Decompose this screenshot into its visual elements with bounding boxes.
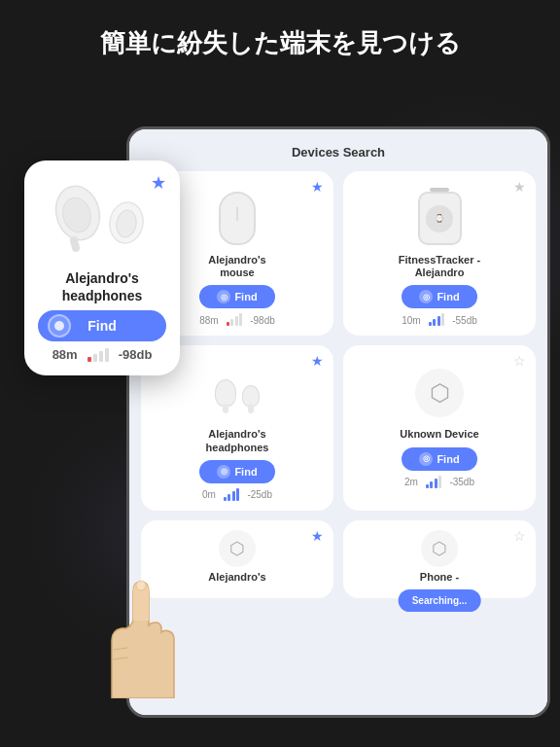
find-label-earbuds: Find	[234, 466, 257, 478]
bt-icon-phone: ⬡	[421, 530, 458, 567]
hand-svg	[92, 572, 180, 698]
bar2	[228, 494, 230, 501]
tablet-frame: Devices Search ★ Alejandro'smouse ◎ Find…	[126, 126, 550, 718]
bar1	[429, 322, 432, 326]
db-unknown: -35db	[449, 477, 474, 487]
find-icon-mouse: ◎	[217, 290, 230, 303]
bar2	[433, 319, 436, 326]
star-icon-phone: ☆	[513, 528, 526, 544]
find-button-tracker[interactable]: ◎ Find	[402, 285, 476, 308]
find-button-mouse[interactable]: ◎ Find	[199, 285, 274, 308]
bt-icon-alejandro: ⬡	[219, 530, 256, 567]
bar4	[438, 476, 441, 488]
device-card-unknown: ☆ ⬡ Uknown Device ◎ Find 2m	[343, 345, 536, 510]
tracker-shape: ⌚	[418, 192, 462, 245]
main-bar3	[99, 351, 103, 362]
find-button-unknown[interactable]: ◎ Find	[402, 447, 476, 471]
main-headphone-image	[44, 176, 160, 264]
star-icon-bt: ★	[311, 528, 324, 544]
bluetooth-icon-unknown: ⬡	[415, 369, 464, 417]
main-find-icon-inner	[54, 321, 64, 331]
find-label-unknown: Find	[437, 453, 459, 465]
main-signal-db: -98db	[119, 347, 153, 362]
hero-title: 簡単に紛失した端末を見つける	[0, 27, 560, 60]
mouse-shape	[219, 192, 256, 245]
devices-grid: ★ Alejandro'smouse ◎ Find 88m	[141, 171, 536, 511]
db-earbuds: -25db	[247, 489, 272, 500]
bar4	[441, 313, 444, 326]
find-icon-tracker: ◎	[419, 290, 433, 303]
tablet-header: Devices Search	[141, 145, 536, 160]
signal-bars-earbuds	[224, 489, 240, 501]
device-name-phone: Phone -	[420, 571, 459, 584]
earbuds-shape	[215, 379, 260, 407]
bar1	[426, 484, 429, 488]
searching-button[interactable]: Searching...	[399, 589, 481, 612]
bar4	[239, 313, 242, 326]
tablet-inner: Devices Search ★ Alejandro'smouse ◎ Find…	[129, 129, 547, 715]
find-icon-earbuds: ◎	[217, 465, 230, 479]
dist-unknown: 2m	[404, 477, 418, 487]
device-image-tracker: ⌚	[405, 187, 473, 250]
main-bar4	[105, 348, 109, 362]
main-device-card: ★ Alejandro'sheadphones Find 88m -98db	[24, 160, 180, 375]
device-name-mouse: Alejandro'smouse	[208, 254, 265, 279]
main-distance: 88m	[52, 347, 78, 362]
tracker-screen: ⌚	[426, 205, 453, 232]
find-label-tracker: Find	[437, 291, 459, 302]
bar1	[224, 497, 227, 501]
bar3	[232, 491, 235, 501]
device-image-earbuds	[203, 361, 271, 424]
dist-earbuds: 0m	[202, 489, 216, 500]
device-image-mouse	[203, 187, 271, 250]
signal-bars-mouse	[227, 314, 243, 326]
device-stats-earbuds: 0m -25db	[202, 489, 272, 501]
device-stats-unknown: 2m -35db	[404, 477, 474, 488]
main-signal-bars	[88, 348, 109, 362]
bar3	[435, 479, 438, 488]
device-stats-mouse: 88m -98db	[199, 314, 275, 326]
device-stats-tracker: 10m -55db	[402, 314, 477, 326]
find-label-mouse: Find	[234, 291, 257, 302]
main-find-button[interactable]: Find	[38, 310, 166, 341]
svg-point-7	[136, 581, 146, 590]
db-tracker: -55db	[452, 315, 477, 326]
bar2	[430, 481, 433, 488]
main-device-stats: 88m -98db	[38, 347, 166, 362]
signal-bars-tracker	[429, 314, 445, 326]
device-name-unknown: Uknown Device	[400, 428, 478, 441]
main-device-name: Alejandro'sheadphones	[62, 269, 142, 304]
star-icon-tracker: ★	[513, 179, 526, 195]
main-bar2	[93, 354, 97, 362]
find-button-earbuds[interactable]: ◎ Find	[199, 460, 274, 483]
earbud-right	[242, 385, 260, 407]
dist-tracker: 10m	[402, 315, 420, 326]
signal-bars-unknown	[426, 477, 442, 488]
device-name-tracker: FitnessTracker -Alejandro	[399, 254, 480, 279]
device-card-phone: ☆ ⬡ Phone - Searching...	[343, 520, 536, 598]
star-icon-earbuds: ★	[311, 353, 324, 369]
hand-pointer	[92, 572, 180, 698]
headphone-svg	[44, 176, 160, 264]
bar3	[235, 316, 238, 326]
earbud-left	[215, 379, 236, 407]
dist-mouse: 88m	[199, 315, 218, 326]
bar1	[227, 322, 229, 326]
bottom-grid: ★ ⬡ Alejandro's ☆ ⬡ Phone - Searching...	[141, 520, 536, 598]
bar4	[236, 488, 239, 501]
bar3	[438, 316, 440, 326]
main-find-label: Find	[88, 318, 117, 334]
star-icon-unknown: ☆	[513, 353, 526, 369]
main-bar1	[88, 357, 91, 362]
device-name-earbuds: Alejandro'sheadphones	[206, 428, 269, 453]
star-icon-mouse: ★	[311, 179, 324, 195]
device-image-unknown: ⬡	[405, 361, 473, 424]
device-card-tracker: ★ ⌚ FitnessTracker -Alejandro ◎ Find 10m	[343, 171, 536, 336]
bar2	[230, 319, 233, 326]
find-icon-unknown: ◎	[419, 452, 433, 466]
device-name-alejandro-bt: Alejandro's	[208, 571, 265, 584]
main-find-btn-icon	[48, 314, 71, 338]
db-mouse: -98db	[250, 315, 275, 326]
